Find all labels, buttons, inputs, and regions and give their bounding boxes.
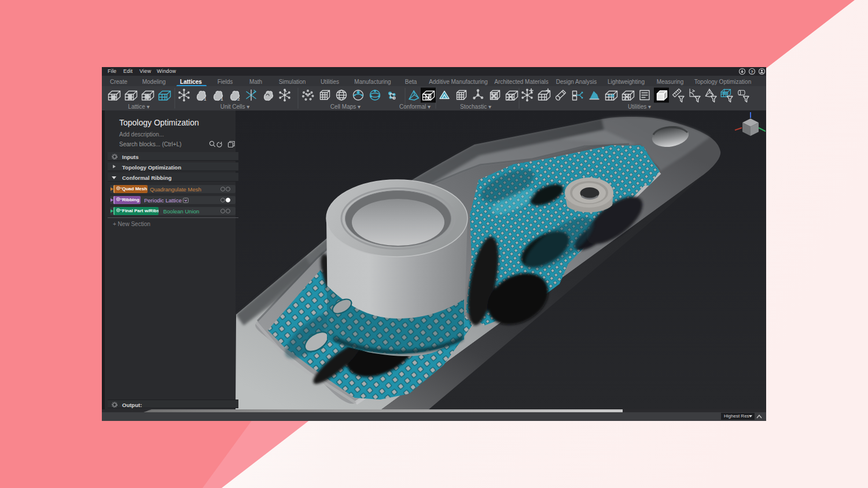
svg-text:Unit Cells ▾: Unit Cells ▾	[220, 103, 250, 110]
svg-text:2: 2	[237, 97, 240, 102]
svg-text:Utilities ▾: Utilities ▾	[628, 103, 651, 110]
svg-text:Stochastic ▾: Stochastic ▾	[460, 103, 491, 110]
svg-text:1: 1	[204, 97, 207, 102]
svg-text:Lattice ▾: Lattice ▾	[128, 103, 149, 110]
svg-text:Conformal ▾: Conformal ▾	[399, 103, 431, 110]
svg-text:Cell Maps ▾: Cell Maps ▾	[330, 103, 361, 110]
svg-text:1: 1	[220, 97, 223, 102]
svg-text:?: ?	[751, 69, 753, 75]
